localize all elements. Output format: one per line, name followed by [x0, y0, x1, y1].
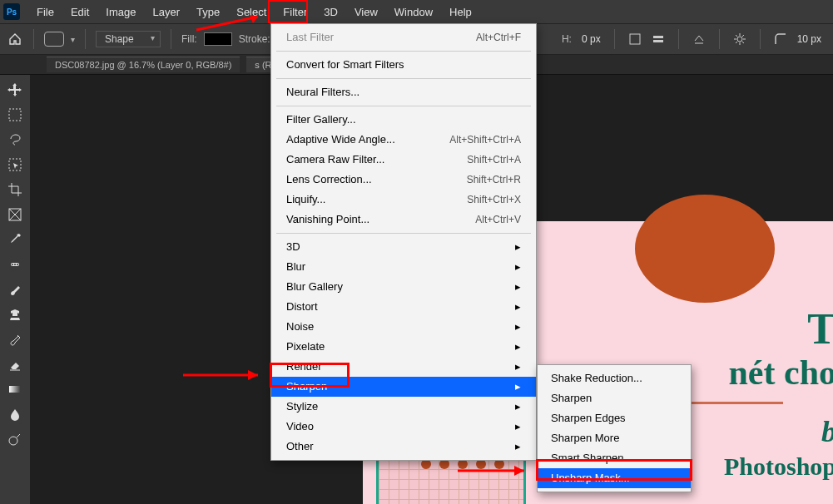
menu-item-label: Stylize	[286, 399, 318, 414]
menu-last-filter: Last Filter Alt+Ctrl+F	[271, 27, 536, 47]
menu-bar: Ps File Edit Image Layer Type Select Fil…	[0, 0, 833, 23]
gradient-tool[interactable]	[3, 378, 27, 401]
svg-rect-0	[630, 34, 640, 44]
brush-tool[interactable]	[3, 278, 27, 301]
menu-item-label: Lens Correction...	[286, 172, 372, 187]
menu-liquify[interactable]: Liquify... Shift+Ctrl+X	[271, 190, 536, 210]
submenu-unsharp-mask[interactable]: Unsharp Mask...	[538, 468, 691, 488]
menu-pixelate-submenu[interactable]: Pixelate	[271, 337, 536, 357]
menu-view[interactable]: View	[346, 2, 386, 22]
menu-adaptive-wide-angle[interactable]: Adaptive Wide Angle... Alt+Shift+Ctrl+A	[271, 130, 536, 150]
submenu-sharpen-more[interactable]: Sharpen More	[538, 428, 691, 448]
height-value[interactable]: 0 px	[582, 33, 601, 45]
menu-item-label: Pixelate	[286, 339, 325, 354]
submenu-smart-sharpen[interactable]: Smart Sharpen...	[538, 448, 691, 468]
object-selection-tool[interactable]	[3, 153, 27, 176]
menu-convert-smart-filters[interactable]: Convert for Smart Filters	[271, 55, 536, 75]
healing-tool[interactable]	[3, 253, 27, 276]
menu-item-shortcut: Alt+Shift+Ctrl+A	[449, 132, 521, 147]
menu-camera-raw-filter[interactable]: Camera Raw Filter... Shift+Ctrl+A	[271, 150, 536, 170]
clone-stamp-tool[interactable]	[3, 303, 27, 326]
svg-point-12	[9, 437, 17, 445]
menu-stylize-submenu[interactable]: Stylize	[271, 397, 536, 417]
menu-distort-submenu[interactable]: Distort	[271, 297, 536, 317]
corner-radius-value[interactable]: 10 px	[797, 33, 821, 45]
dodge-tool[interactable]	[3, 427, 27, 451]
submenu-sharpen[interactable]: Sharpen	[538, 388, 691, 408]
submenu-sharpen-edges[interactable]: Sharpen Edges	[538, 408, 691, 428]
align-icon[interactable]	[652, 32, 665, 46]
menu-lens-correction[interactable]: Lens Correction... Shift+Ctrl+R	[271, 170, 536, 190]
menu-item-shortcut: Shift+Ctrl+R	[467, 172, 521, 187]
menu-item-label: Liquify...	[286, 192, 325, 207]
move-tool[interactable]	[3, 78, 27, 101]
menu-window[interactable]: Window	[386, 2, 441, 22]
menu-item-label: Filter Gallery...	[286, 112, 356, 127]
menu-image[interactable]: Image	[97, 2, 144, 22]
divider	[171, 29, 171, 49]
menu-item-label: Noise	[286, 319, 314, 334]
divider	[614, 29, 615, 49]
svg-point-8	[12, 264, 13, 265]
home-icon[interactable]	[7, 31, 23, 47]
menu-item-label: Sharpen	[286, 379, 327, 394]
menu-help[interactable]: Help	[441, 2, 480, 22]
canvas-text: b	[821, 414, 833, 449]
menu-video-submenu[interactable]: Video	[271, 417, 536, 437]
menu-blur-submenu[interactable]: Blur	[271, 257, 536, 277]
menu-edit[interactable]: Edit	[62, 2, 97, 22]
menu-file[interactable]: File	[28, 2, 62, 22]
document-tab[interactable]: DSC08782.jpg @ 16.7% (Layer 0, RGB/8#)	[47, 57, 240, 72]
menu-filter-gallery[interactable]: Filter Gallery...	[271, 110, 536, 130]
menu-item-shortcut: Shift+Ctrl+A	[467, 152, 521, 167]
sharpen-submenu: Shake Reduction... Sharpen Sharpen Edges…	[537, 364, 692, 492]
menu-other-submenu[interactable]: Other	[271, 437, 536, 457]
menu-neural-filters[interactable]: Neural Filters...	[271, 82, 536, 102]
menu-vanishing-point[interactable]: Vanishing Point... Alt+Ctrl+V	[271, 210, 536, 230]
menu-3d[interactable]: 3D	[315, 2, 346, 22]
svg-point-10	[17, 264, 18, 265]
tool-bar	[0, 75, 30, 504]
divider	[33, 29, 34, 49]
history-brush-tool[interactable]	[3, 328, 27, 351]
menu-select[interactable]: Select	[228, 2, 275, 22]
document-tab-title: DSC08782.jpg @ 16.7% (Layer 0, RGB/8#)	[55, 60, 231, 70]
marquee-tool[interactable]	[3, 103, 27, 126]
divider	[719, 29, 720, 49]
eyedropper-tool[interactable]	[3, 228, 27, 251]
path-ops-icon[interactable]	[628, 32, 642, 46]
menu-item-shortcut: Alt+Ctrl+F	[476, 30, 521, 45]
fill-swatch[interactable]	[204, 32, 232, 46]
svg-rect-1	[653, 36, 663, 38]
lasso-tool[interactable]	[3, 128, 27, 151]
corner-radius-icon[interactable]	[774, 32, 787, 46]
eraser-tool[interactable]	[3, 353, 27, 376]
blur-tool[interactable]	[3, 403, 27, 426]
arrange-icon[interactable]	[692, 32, 706, 46]
menu-filter[interactable]: Filter	[275, 2, 315, 22]
canvas-text: T	[807, 304, 833, 353]
menu-item-label: 3D	[286, 240, 300, 254]
frame-tool[interactable]	[3, 203, 27, 226]
shape-caret-icon[interactable]: ▾	[71, 35, 75, 44]
crop-tool[interactable]	[3, 178, 27, 201]
menu-sharpen-submenu[interactable]: Sharpen	[271, 377, 536, 397]
submenu-shake-reduction[interactable]: Shake Reduction...	[538, 368, 691, 388]
menu-blur-gallery-submenu[interactable]: Blur Gallery	[271, 277, 536, 297]
menu-render-submenu[interactable]: Render	[271, 357, 536, 377]
shape-preview-icon[interactable]	[44, 32, 64, 47]
menu-separator	[276, 233, 531, 234]
menu-item-label: Adaptive Wide Angle...	[286, 132, 395, 147]
menu-item-label: Camera Raw Filter...	[286, 152, 384, 167]
menu-3d-submenu[interactable]: 3D	[271, 237, 536, 257]
menu-noise-submenu[interactable]: Noise	[271, 317, 536, 337]
divider	[678, 29, 679, 49]
height-label: H:	[562, 33, 572, 45]
shape-mode-dropdown[interactable]: Shape	[96, 31, 161, 47]
menu-type[interactable]: Type	[188, 2, 228, 22]
menu-separator	[276, 106, 531, 106]
menu-layer[interactable]: Layer	[145, 2, 189, 22]
menu-item-label: Video	[286, 419, 314, 434]
menu-separator	[276, 51, 531, 52]
gear-icon[interactable]	[733, 32, 746, 46]
